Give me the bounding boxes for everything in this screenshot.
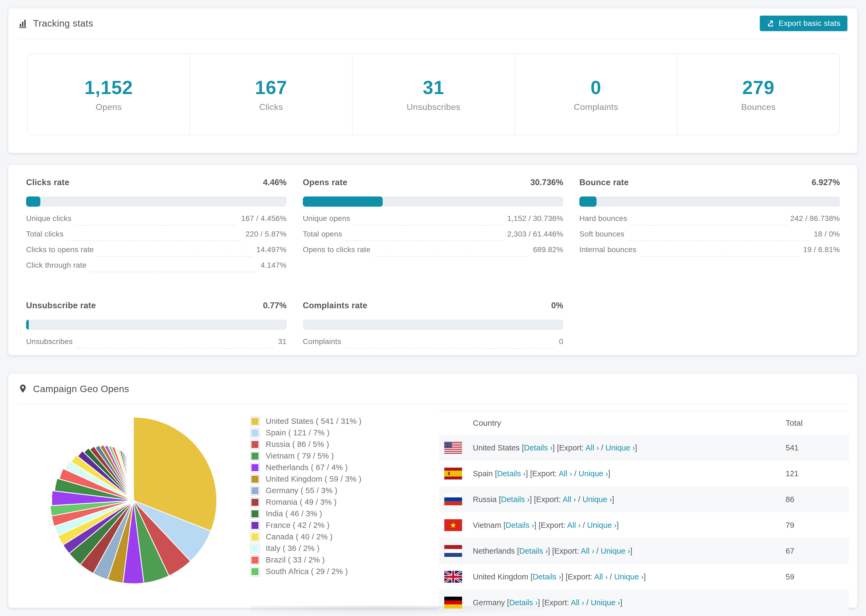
legend-item-france: France ( 42 / 2% ) (251, 520, 439, 531)
detail-value: 1,152 / 30.736% (507, 214, 563, 223)
rate-head: Opens rate 30.736% (303, 178, 564, 187)
stat-label: Opens (96, 102, 122, 112)
details-link[interactable]: Details › (497, 469, 526, 478)
legend-item-canada: Canada ( 40 / 2% ) (251, 531, 439, 543)
country-name-and-links: Vietnam [Details ›] [Export: All › / Uni… (473, 521, 619, 530)
legend-item-italy: Italy ( 36 / 2% ) (251, 543, 439, 554)
detail-label: Unique opens (303, 214, 350, 223)
dotted-leader (345, 348, 555, 349)
geo-country-table: Country Total United States [Details ›] … (439, 411, 849, 616)
details-link[interactable]: Details › (509, 598, 538, 607)
rate-detail-row: Click through rate 4.147% (26, 261, 287, 277)
legend-label: United States ( 541 / 31% ) (266, 417, 361, 426)
detail-label: Total clicks (26, 230, 63, 238)
country-name: United Kingdom (473, 572, 528, 581)
country-cell: Russia [Details ›] [Export: All › / Uniq… (439, 493, 786, 505)
legend-label: United Kingdom ( 59 / 3% ) (266, 475, 361, 484)
country-column-header: Country (439, 418, 786, 427)
tracking-stats-card: Tracking stats Export basic stats 1,152 … (8, 8, 857, 153)
legend-item-brazil: Brazil ( 33 / 2% ) (251, 554, 439, 566)
rate-progress-bar (26, 319, 287, 330)
legend-swatch (251, 475, 259, 484)
export-icon (767, 19, 775, 27)
export-basic-stats-button[interactable]: Export basic stats (760, 16, 847, 31)
detail-label: Complaints (303, 337, 341, 346)
rate-title: Clicks rate (26, 178, 69, 187)
export-all-link[interactable]: All › (567, 521, 581, 530)
rate-head: Bounce rate 6.927% (579, 178, 840, 187)
export-unique-link[interactable]: Unique › (614, 572, 644, 581)
country-cell: Vietnam [Details ›] [Export: All › / Uni… (439, 519, 786, 531)
export-all-link[interactable]: All › (571, 598, 584, 607)
stat-cell-unsubscribes: 31 Unsubscribes (353, 54, 515, 135)
stat-value: 167 (255, 77, 287, 98)
country-name: Germany (473, 598, 505, 607)
details-link[interactable]: Details › (532, 572, 561, 581)
dotted-leader (354, 225, 504, 225)
detail-value: 4.147% (261, 261, 287, 270)
rate-title: Bounce rate (579, 178, 629, 187)
export-unique-link[interactable]: Unique › (583, 495, 612, 504)
page-bottom-shadow (250, 606, 573, 616)
detail-value: 14.497% (256, 245, 287, 254)
stat-value: 279 (742, 77, 775, 98)
flag-es-icon (444, 468, 462, 479)
flag-nl-icon (444, 545, 462, 557)
detail-label: Clicks to opens rate (26, 245, 94, 254)
export-unique-link[interactable]: Unique › (578, 469, 608, 478)
rate-value: 0% (551, 301, 564, 310)
geo-table-header: Country Total (439, 411, 849, 435)
legend-item-india: India ( 46 / 3% ) (251, 508, 439, 520)
export-unique-link[interactable]: Unique › (590, 598, 620, 607)
legend-swatch (251, 498, 259, 507)
export-unique-link[interactable]: Unique › (605, 443, 635, 452)
rate-progress-fill (579, 196, 597, 207)
rate-progress-bar (303, 196, 564, 207)
rates-card: Clicks rate 4.46% Unique clicks 167 / 4.… (8, 165, 857, 355)
stat-cell-complaints: 0 Complaints (515, 54, 677, 135)
dotted-leader (76, 348, 274, 349)
legend-label: India ( 46 / 3% ) (266, 509, 322, 518)
detail-label: Soft bounces (579, 230, 624, 238)
legend-item-south-africa: South Africa ( 29 / 2% ) (251, 566, 439, 577)
total-cell: 59 (786, 572, 849, 581)
export-all-link[interactable]: All › (559, 469, 572, 478)
stat-cell-clicks: 167 Clicks (190, 54, 353, 135)
rate-value: 0.77% (263, 301, 287, 310)
total-cell: 86 (786, 495, 849, 504)
details-link[interactable]: Details › (505, 521, 534, 530)
rate-head: Clicks rate 4.46% (26, 178, 287, 187)
export-all-link[interactable]: All › (563, 495, 576, 504)
export-all-link[interactable]: All › (594, 572, 608, 581)
export-unique-link[interactable]: Unique › (587, 521, 617, 530)
legend-item-germany: Germany ( 55 / 3% ) (251, 485, 439, 497)
geo-table-row-nl: Netherlands [Details ›] [Export: All › /… (439, 538, 849, 564)
detail-label: Internal bounces (579, 245, 636, 254)
country-name-and-links: Netherlands [Details ›] [Export: All › /… (473, 547, 632, 556)
details-link[interactable]: Details › (524, 443, 553, 452)
legend-item-spain: Spain ( 121 / 7% ) (251, 427, 439, 438)
tracking-stats-header: Tracking stats Export basic stats (18, 8, 847, 39)
dotted-leader (75, 225, 238, 225)
country-name: Russia (473, 495, 497, 504)
rate-detail-row: Clicks to opens rate 14.497% (26, 245, 287, 261)
rate-detail-row: Opens to clicks rate 689.82% (303, 245, 564, 261)
geo-table-row-gb: United Kingdom [Details ›] [Export: All … (439, 564, 849, 590)
export-all-link[interactable]: All › (586, 443, 599, 452)
legend-label: Brazil ( 33 / 2% ) (266, 556, 325, 564)
export-all-link[interactable]: All › (581, 547, 594, 555)
details-link[interactable]: Details › (501, 495, 529, 504)
dotted-leader (628, 240, 810, 241)
export-unique-link[interactable]: Unique › (601, 547, 630, 555)
rate-rows: Unique clicks 167 / 4.456% Total clicks … (26, 214, 287, 277)
flag-gb-icon (444, 571, 462, 583)
rate-value: 30.736% (531, 178, 563, 187)
rate-progress-fill (303, 196, 383, 207)
rate-rows: Complaints 0 (303, 337, 564, 353)
geo-table-row-es: Spain [Details ›] [Export: All › / Uniqu… (439, 460, 849, 486)
details-link[interactable]: Details › (519, 547, 548, 555)
detail-value: 220 / 5.87% (246, 230, 287, 238)
geo-opens-pie-chart[interactable] (45, 412, 222, 589)
country-name-and-links: Russia [Details ›] [Export: All › / Uniq… (473, 495, 614, 504)
geo-title: Campaign Geo Opens (33, 383, 129, 394)
